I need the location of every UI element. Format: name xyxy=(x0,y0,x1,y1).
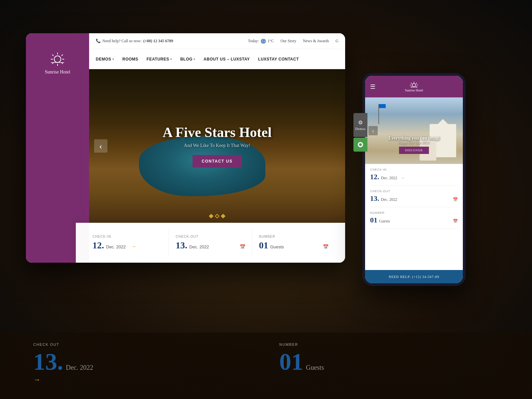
news-link[interactable]: News & Awards xyxy=(303,39,329,44)
mobile-booking-form: CHECK-IN 12. Dec. 2022 → CHECK-OUT 13. D… xyxy=(365,164,463,229)
buy-now-float-button[interactable] xyxy=(353,138,367,152)
mobile-hero-subtitle: Happy New Year 2021! xyxy=(365,141,463,145)
mobile-footer: NEED HELP: (+12) 34-567-89 xyxy=(365,270,463,283)
phone-number: (+88) 12 345 6789 xyxy=(143,39,173,44)
mobile-checkout-field: CHECK-OUT 13. Dec. 2022 📅 xyxy=(370,186,458,207)
mobile-guests-label: NUMBER xyxy=(370,211,458,214)
hero-title: A Five Stars Hotel xyxy=(163,124,272,140)
svg-line-17 xyxy=(411,83,412,84)
buy-now-icon xyxy=(357,141,364,148)
hero-dot-1[interactable] xyxy=(209,214,213,218)
checkin-day: 12. xyxy=(92,240,104,251)
mobile-checkin-day: 12. xyxy=(370,173,379,181)
hero-prev-arrow[interactable]: ‹ xyxy=(94,139,107,153)
hero-text-overlay: A Five Stars Hotel And We Like To Keep I… xyxy=(163,124,272,168)
mobile-prev-arrow[interactable]: ‹ xyxy=(368,126,378,135)
mobile-checkin-arrow: → xyxy=(400,175,405,181)
desktop-navbar: DEMOS ▾ ROOMS FEATURES ▾ BLOG ▾ ABOUT US… xyxy=(89,49,345,69)
bottom-checkout-arrow: → xyxy=(33,375,41,384)
mobile-checkin-field: CHECK-IN 12. Dec. 2022 → xyxy=(370,164,458,186)
mobile-menu-icon[interactable]: ☰ xyxy=(370,83,375,90)
bottom-checkout-field: CHECK OUT 13. Dec. 2022 → xyxy=(33,342,253,384)
guests-label: NUMBER xyxy=(259,235,329,238)
guests-calendar-icon[interactable]: 📅 xyxy=(323,244,329,250)
guests-unit: Guests xyxy=(270,244,284,249)
today-info: Today: 1°C xyxy=(248,38,274,44)
mobile-hero-cta[interactable]: DISCOVER xyxy=(399,147,429,154)
demos-label: Demos xyxy=(355,127,366,131)
demos-float-button[interactable]: ⚙ Demos xyxy=(353,113,367,137)
checkin-arrow: → xyxy=(130,243,136,250)
mobile-hero-title: Everything you can imagi xyxy=(365,136,463,141)
nav-blog[interactable]: BLOG ▾ xyxy=(180,57,195,62)
desktop-hotel-name: Sunrise Hotel xyxy=(45,69,70,75)
mobile-checkout-label: CHECK-OUT xyxy=(370,190,458,193)
mobile-checkin-row: 12. Dec. 2022 → xyxy=(370,173,458,181)
phone-icon: 📞 xyxy=(96,39,101,44)
demos-gear-icon: ⚙ xyxy=(358,119,363,126)
nav-rooms[interactable]: ROOMS xyxy=(122,57,138,62)
mobile-checkout-month: Dec. 2022 xyxy=(381,197,397,202)
booking-bar: CHECK-IN 12. Dec. 2022 → CHECK-OUT 13. D… xyxy=(76,223,345,263)
checkin-field: CHECK-IN 12. Dec. 2022 → xyxy=(86,230,169,256)
mobile-mockup: ☰ Sunrise Hotel ‹ xyxy=(362,73,466,286)
desktop-mockup: Sunrise Hotel 📞 Need help? Call us now: … xyxy=(26,33,345,263)
mobile-footer-text: NEED HELP: (+12) 34-567-89 xyxy=(389,275,439,279)
bottom-guests-value: 01 Guests xyxy=(279,350,499,374)
phone-label: Need help? Call us now: xyxy=(102,39,142,44)
bottom-guests-label: NUMBER xyxy=(279,342,499,346)
mobile-header: ☰ Sunrise Hotel xyxy=(365,76,463,97)
nav-about[interactable]: ABOUT US – LUXSTAY xyxy=(203,57,250,62)
checkout-day: 13. xyxy=(176,240,187,251)
nav-features[interactable]: FEATURES ▾ xyxy=(147,57,172,62)
bottom-guests-unit: Guests xyxy=(306,364,324,371)
svg-point-23 xyxy=(359,143,362,146)
mobile-logo-text: Sunrise Hotel xyxy=(405,88,423,92)
checkout-month: Dec. 2022 xyxy=(189,244,209,249)
g-link[interactable]: G xyxy=(335,39,338,44)
today-label: Today: xyxy=(248,39,259,44)
mobile-guests-row: 01 Guests 📅 xyxy=(370,216,458,224)
checkin-value-row: 12. Dec. 2022 → xyxy=(92,240,162,251)
nav-contact[interactable]: LUXSTAY CONTACT xyxy=(258,57,299,62)
svg-point-13 xyxy=(412,83,416,87)
hero-cta-button[interactable]: CONTACT US xyxy=(193,155,242,168)
flag xyxy=(379,104,386,108)
mobile-hero-text-overlay: Everything you can imagi Happy New Year … xyxy=(365,136,463,154)
phone-info: 📞 Need help? Call us now: (+88) 12 345 6… xyxy=(96,39,173,44)
bottom-content: CHECK OUT 13. Dec. 2022 → NUMBER 01 Gues… xyxy=(0,332,532,399)
features-arrow: ▾ xyxy=(170,58,172,61)
checkout-value-row: 13. Dec. 2022 📅 xyxy=(176,240,245,251)
mobile-logo-svg xyxy=(409,81,419,88)
mobile-guests-num: 01 xyxy=(370,216,377,224)
mobile-hero-scene xyxy=(365,97,463,164)
mobile-checkout-row: 13. Dec. 2022 📅 xyxy=(370,194,458,203)
desktop-hero: A Five Stars Hotel And We Like To Keep I… xyxy=(89,69,345,223)
svg-line-5 xyxy=(52,55,54,56)
globe-icon xyxy=(260,38,266,44)
hero-dot-3[interactable] xyxy=(221,214,225,218)
story-link[interactable]: Our Story xyxy=(280,39,296,44)
hero-dots xyxy=(209,214,225,218)
bottom-guests-field: NUMBER 01 Guests xyxy=(279,342,499,374)
mobile-guests-field: NUMBER 01 Guests 📅 xyxy=(370,207,458,229)
hotel-logo-icon xyxy=(48,50,67,66)
demos-arrow: ▾ xyxy=(112,58,114,61)
nav-demos[interactable]: DEMOS ▾ xyxy=(96,57,114,62)
checkin-label: CHECK-IN xyxy=(92,235,162,238)
hero-dot-2[interactable] xyxy=(215,214,219,218)
guests-num: 01 xyxy=(259,240,268,251)
mobile-logo-area: Sunrise Hotel xyxy=(405,81,423,92)
checkout-calendar-icon[interactable]: 📅 xyxy=(240,244,245,250)
mobile-guests-calendar[interactable]: 📅 xyxy=(453,219,458,224)
svg-line-19 xyxy=(416,83,417,84)
mobile-guests-unit: Guests xyxy=(379,219,390,224)
mobile-checkin-label: CHECK-IN xyxy=(370,168,458,171)
mobile-hero: ‹ Everything you can imagi Happy New Yea… xyxy=(365,97,463,164)
mobile-checkout-calendar[interactable]: 📅 xyxy=(453,197,458,202)
bottom-checkout-day: 13. xyxy=(33,350,63,374)
guests-value-row: 01 Guests 📅 xyxy=(259,240,329,251)
bottom-checkout-label: CHECK OUT xyxy=(33,342,253,346)
checkout-label: CHECK-OUT xyxy=(176,235,245,238)
mobile-checkout-day: 13. xyxy=(370,194,379,203)
